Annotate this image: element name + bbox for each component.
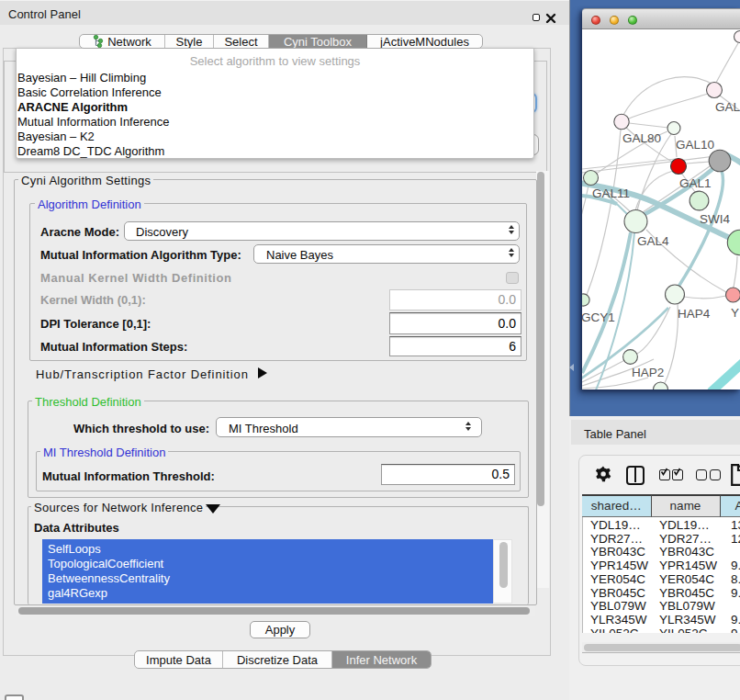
svg-text:GAL4: GAL4 xyxy=(637,234,669,248)
svg-text:GAL: GAL xyxy=(715,100,740,114)
svg-text:GAL80: GAL80 xyxy=(622,131,661,145)
svg-text:HAP2: HAP2 xyxy=(632,366,664,379)
svg-text:Y: Y xyxy=(731,306,739,320)
svg-text:HAP4: HAP4 xyxy=(678,307,711,321)
svg-text:GAL10: GAL10 xyxy=(676,138,714,152)
svg-text:GAL11: GAL11 xyxy=(592,186,630,200)
svg-text:GAL1: GAL1 xyxy=(679,176,712,190)
svg-text:SWI4: SWI4 xyxy=(700,212,730,226)
svg-text:GCY1: GCY1 xyxy=(582,310,615,324)
